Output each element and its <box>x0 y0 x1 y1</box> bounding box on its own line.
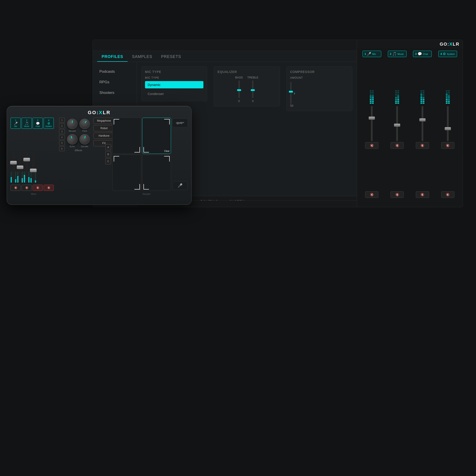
hw-fader-3-handle[interactable] <box>23 158 30 161</box>
ch3-mute[interactable]: 🔇 <box>416 142 429 149</box>
ch3-icon: 💬 <box>418 52 422 56</box>
ch1-fader-handle[interactable] <box>369 117 375 120</box>
mute-btn-2[interactable]: 🔇 <box>391 191 404 198</box>
sample-pad-4[interactable] <box>142 155 171 191</box>
fx-btn-2[interactable]: 2 <box>59 123 65 128</box>
bass-slider[interactable] <box>238 80 240 98</box>
mute-btn-4[interactable]: 🔇 <box>441 191 454 198</box>
hw-fader-4[interactable] <box>32 152 34 183</box>
mute-btn-3[interactable]: 🔇 <box>416 191 429 198</box>
seg <box>395 92 397 93</box>
seg <box>423 94 425 95</box>
treble-value: 0 <box>252 99 254 103</box>
mute-btn-1[interactable]: 🔇 <box>365 191 378 198</box>
sampler-row-b[interactable]: B <box>105 151 111 157</box>
ch2-fader-handle[interactable] <box>394 124 400 127</box>
device-top: GO:XLR <box>11 110 188 116</box>
gender-label: Gender <box>81 145 88 148</box>
ch2-fader[interactable] <box>396 106 398 141</box>
profile-rpgs[interactable]: RPGs <box>93 77 137 87</box>
s <box>17 174 18 175</box>
gender-knob[interactable] <box>78 133 91 145</box>
ch2-label: 2 🎵 Music <box>388 51 407 57</box>
hw-mute-2[interactable]: 🔇 <box>22 185 32 191</box>
profile-shooters[interactable]: Shooters <box>93 87 137 98</box>
seg <box>446 102 448 104</box>
s <box>30 178 32 179</box>
hw-mute-row: 🔇 🔇 🔇 🔇 <box>11 185 57 191</box>
mic-type-dynamic[interactable]: Dynamic <box>145 81 204 88</box>
treble-slider[interactable] <box>252 80 254 98</box>
pitch-knob[interactable] <box>77 117 92 131</box>
ch2-name: Music <box>398 53 404 55</box>
ch1-label: 1 🎤 Mic <box>362 51 381 57</box>
profile-podcasts[interactable]: Podcasts <box>93 66 137 77</box>
hw-fader-2[interactable] <box>19 152 21 183</box>
hw-fader-4-handle[interactable] <box>30 169 36 172</box>
hw-vu-1b <box>15 172 16 183</box>
seg <box>421 90 422 91</box>
seg <box>370 99 372 100</box>
ch4-fader-handle[interactable] <box>445 127 451 130</box>
seg <box>423 92 425 93</box>
s <box>15 181 16 181</box>
sample-pad-1[interactable] <box>112 118 141 154</box>
mic-type-title: MIC TYPE <box>145 70 204 74</box>
reverb-knob[interactable] <box>67 119 78 129</box>
mic-type-list: Dynamic Condenser <box>145 81 204 97</box>
hw-fader-1-handle[interactable] <box>10 161 17 164</box>
ch3-fader[interactable] <box>422 106 423 141</box>
sampler-top-area: A B C Clear <box>105 118 188 191</box>
special-chars-btn[interactable]: !@#$?* <box>172 119 188 127</box>
seg <box>421 97 422 99</box>
effects-top-row: 1 2 3 4 5 6 Reverb <box>59 118 103 152</box>
ch1-mute[interactable]: 🔇 <box>365 142 378 149</box>
hw-fader-2-handle[interactable] <box>17 166 23 169</box>
ch4-fader[interactable] <box>447 106 449 141</box>
s <box>30 177 32 178</box>
hw-mute-1[interactable]: 🔇 <box>11 185 21 191</box>
bass-slider-wrap: BASS 0 <box>235 76 243 103</box>
fx-btn-6[interactable]: 6 <box>59 146 65 151</box>
hw-mute-3[interactable]: 🔇 <box>33 185 43 191</box>
hw-mute-4[interactable]: 🔇 <box>44 185 54 191</box>
mic-mute-btn[interactable]: 🎤 <box>172 181 188 190</box>
comp-thumb[interactable] <box>289 91 293 93</box>
fx-btn-1[interactable]: 1 <box>59 118 65 122</box>
ch4-name: System <box>447 53 455 55</box>
seg <box>395 101 397 102</box>
s <box>11 181 12 181</box>
sampler-row-a[interactable]: A <box>105 144 111 150</box>
s <box>35 173 36 174</box>
echo-knob[interactable] <box>66 133 79 146</box>
sampler-row-c[interactable]: C <box>105 158 111 164</box>
ch1-fader[interactable] <box>371 106 373 141</box>
sample-pad-2[interactable]: Clear <box>142 118 171 154</box>
tab-samples[interactable]: SAMPLES <box>128 52 157 62</box>
fx-btn-3[interactable]: 3 <box>59 129 65 134</box>
fx-btn-5[interactable]: 5 <box>59 141 65 145</box>
seg <box>448 101 450 102</box>
s <box>22 179 23 180</box>
seg <box>370 90 372 91</box>
hw-fader-3[interactable] <box>26 152 28 183</box>
tab-profiles[interactable]: PROFILES <box>97 52 128 62</box>
s <box>28 177 30 178</box>
s <box>24 174 25 175</box>
seg <box>448 92 450 93</box>
bass-thumb[interactable] <box>237 89 241 91</box>
mic-type-condenser[interactable]: Condenser <box>145 90 204 97</box>
comp-slider[interactable] <box>290 82 291 104</box>
hw-fader-1[interactable] <box>12 152 15 183</box>
seg <box>446 99 448 100</box>
ch4-mute[interactable]: 🔇 <box>441 142 454 149</box>
ch2-mute[interactable]: 🔇 <box>391 142 404 149</box>
tab-presets[interactable]: PRESETS <box>157 52 186 62</box>
comp-expand-button[interactable]: › <box>294 91 295 96</box>
ch3-fader-handle[interactable] <box>419 118 425 121</box>
sample-pad-3[interactable] <box>112 155 141 191</box>
s <box>22 173 23 174</box>
treble-thumb[interactable] <box>251 89 255 91</box>
hw-ch4-name: System <box>45 125 52 127</box>
fx-btn-4[interactable]: 4 <box>59 135 65 140</box>
